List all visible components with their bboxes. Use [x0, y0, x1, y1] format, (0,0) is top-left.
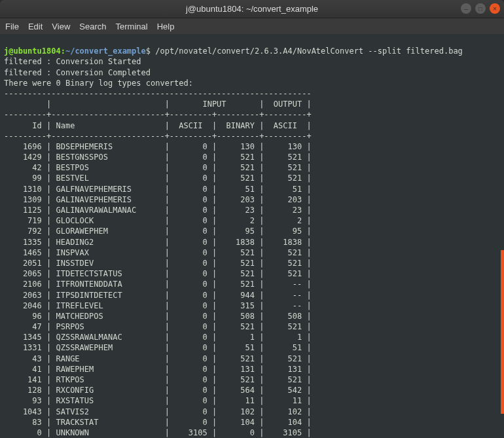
prompt-dollar: $: [146, 46, 151, 56]
command-line-1: /opt/novatel/convert/2.6.3.A4/NovAtelCon…: [155, 46, 463, 56]
minimize-button[interactable]: –: [461, 3, 471, 14]
table-header-2: Id | Name | ASCII | BINARY | ASCII |: [4, 121, 312, 130]
table-border: ---------+------------------------+-----…: [4, 132, 312, 141]
output-line: There were 0 Binary log types converted:: [4, 79, 193, 88]
terminal-area[interactable]: j@ubuntu1804:~/convert_example$ /opt/nov…: [0, 34, 504, 438]
output-line: filtered : Conversion Completed: [4, 68, 151, 77]
menu-bar: File Edit View Search Terminal Help: [0, 18, 504, 34]
prompt-sep: :: [61, 46, 65, 56]
menu-view[interactable]: View: [52, 22, 70, 31]
scrollbar-thumb[interactable]: [501, 250, 504, 414]
menu-terminal[interactable]: Terminal: [116, 22, 148, 31]
prompt-path: ~/convert_example: [65, 46, 146, 56]
menu-edit[interactable]: Edit: [28, 22, 43, 31]
close-button[interactable]: ×: [490, 3, 500, 14]
table-border: ---------+------------------------+-----…: [4, 110, 312, 119]
menu-file[interactable]: File: [5, 22, 19, 31]
window-title: j@ubuntu1804: ~/convert_example: [186, 4, 318, 14]
table-border: ----------------------------------------…: [4, 89, 312, 98]
output-line: filtered : Conversion Started: [4, 57, 141, 66]
table-body: 1696 | BDSEPHEMERIS | 0 | 130 | 130 | 14…: [4, 142, 312, 438]
menu-search[interactable]: Search: [79, 22, 106, 31]
prompt-user: j@ubuntu1804: [4, 46, 61, 56]
window-titlebar: j@ubuntu1804: ~/convert_example – □ ×: [0, 0, 504, 18]
menu-help[interactable]: Help: [157, 22, 175, 31]
table-header-1: | | INPUT | OUTPUT |: [4, 100, 312, 109]
maximize-button[interactable]: □: [475, 3, 486, 14]
window-controls: – □ ×: [461, 3, 500, 14]
